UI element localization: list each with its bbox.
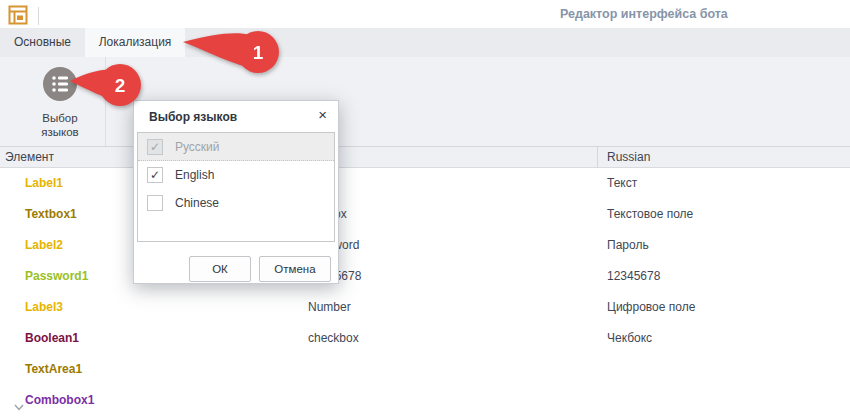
language-list: ✓Русский✓EnglishChinese <box>137 132 335 242</box>
column-header-russian: Russian <box>607 150 650 164</box>
element-name-cell[interactable]: Boolean1 <box>25 323 79 354</box>
element-russian-cell[interactable]: 12345678 <box>607 261 660 292</box>
element-name-cell[interactable]: Label3 <box>25 292 63 323</box>
element-name-cell[interactable]: Label2 <box>25 230 63 261</box>
ok-button[interactable]: ОК <box>189 256 251 282</box>
element-name-cell[interactable]: Label1 <box>25 168 63 199</box>
tab-osnovnye[interactable]: Основные <box>0 28 85 57</box>
element-name-cell[interactable]: Password1 <box>25 261 88 292</box>
table-row[interactable]: Label2passwordПароль <box>0 230 850 261</box>
bullet-list-icon[interactable] <box>43 67 77 101</box>
element-russian-cell[interactable]: Пароль <box>607 230 649 261</box>
app-logo-icon <box>8 5 28 25</box>
table-row[interactable]: TextArea1 <box>0 354 850 385</box>
table-body: Label1ТекстTextbox1textboxТекстовое поле… <box>0 168 850 420</box>
language-select-button-label: Выбор языков <box>22 111 98 139</box>
table-row[interactable]: Label3NumberЦифровое поле <box>0 292 850 323</box>
bot-interface-editor-window: Редактор интерфейса бота Основные Локали… <box>0 0 850 420</box>
top-bar: Редактор интерфейса бота <box>0 0 850 28</box>
close-icon[interactable]: × <box>318 107 327 123</box>
toolbar: Выбор языков <box>0 57 850 146</box>
language-list-item[interactable]: ✓English <box>138 161 334 189</box>
toolbar-divider <box>105 57 106 146</box>
language-label: Chinese <box>175 196 219 210</box>
element-name-cell[interactable]: TextArea1 <box>25 354 82 385</box>
table-row[interactable]: Password11234567812345678 <box>0 261 850 292</box>
table-row[interactable]: Combobox1 <box>0 385 850 416</box>
language-dialog: Выбор языков × ✓Русский✓EnglishChinese О… <box>133 100 339 284</box>
table-row[interactable]: Label1Текст <box>0 168 850 199</box>
language-label: Русский <box>175 140 220 154</box>
cancel-button[interactable]: Отмена <box>259 256 331 282</box>
language-label: English <box>175 168 214 182</box>
dialog-title: Выбор языков <box>149 110 237 124</box>
checkbox-icon[interactable] <box>147 195 163 211</box>
element-value-cell[interactable]: Number <box>308 292 351 323</box>
language-list-item[interactable]: Chinese <box>138 189 334 217</box>
tab-lokalizaciya[interactable]: Локализация <box>85 28 185 57</box>
checkbox-icon: ✓ <box>147 139 163 155</box>
element-russian-cell[interactable]: Чекбокс <box>607 323 652 354</box>
table-row[interactable]: Boolean1checkboxЧекбокс <box>0 323 850 354</box>
element-russian-cell[interactable]: Цифровое поле <box>607 292 695 323</box>
chevron-down-icon[interactable] <box>14 397 24 415</box>
element-russian-cell[interactable]: Текст <box>607 168 637 199</box>
table-header: Элемент Russian <box>0 146 850 168</box>
element-value-cell[interactable]: checkbox <box>308 323 359 354</box>
tab-bar: Основные Локализация <box>0 28 850 57</box>
element-name-cell[interactable]: Combobox1 <box>25 385 94 416</box>
column-header-element: Элемент <box>5 150 54 164</box>
checkbox-icon[interactable]: ✓ <box>147 167 163 183</box>
element-name-cell[interactable]: Textbox1 <box>25 199 77 230</box>
column-divider <box>597 147 598 168</box>
topbar-divider <box>38 7 39 25</box>
language-select-button[interactable]: Выбор языков <box>22 65 98 143</box>
page-title: Редактор интерфейса бота <box>560 7 728 21</box>
element-russian-cell[interactable]: Текстовое поле <box>607 199 693 230</box>
language-list-item: ✓Русский <box>138 133 334 161</box>
table-row[interactable]: Textbox1textboxТекстовое поле <box>0 199 850 230</box>
